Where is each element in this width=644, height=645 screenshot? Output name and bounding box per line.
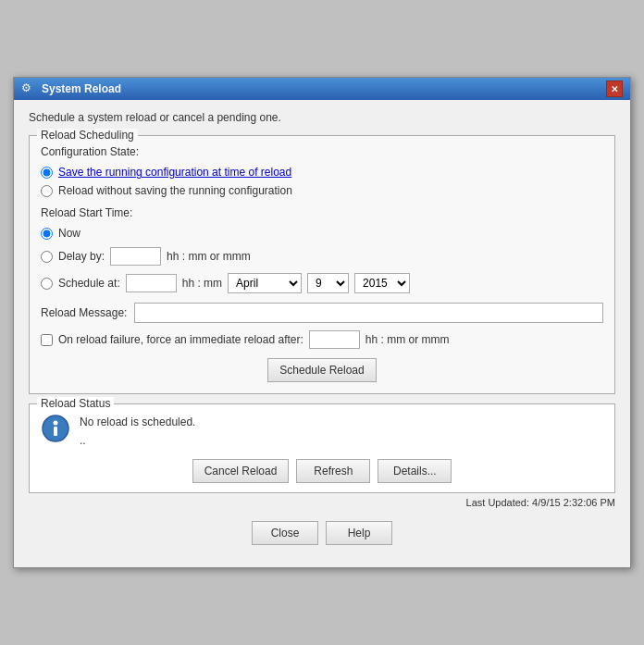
reload-status-group: Reload Status No reload is scheduled. .. [29, 403, 615, 492]
month-select[interactable]: April [228, 273, 302, 293]
reload-message-row: Reload Message: [41, 303, 603, 323]
delay-time-input[interactable] [110, 247, 161, 266]
details-button[interactable]: Details... [378, 459, 452, 483]
schedule-time-input[interactable] [126, 274, 177, 292]
close-button-bottom[interactable]: Close [252, 521, 318, 545]
status-text: No reload is scheduled. .. [80, 414, 195, 449]
schedule-reload-btn-row: Schedule Reload [41, 358, 603, 382]
delay-radio[interactable] [41, 251, 53, 263]
start-time-options: Now Delay by: hh : mm or mmm Schedule at… [41, 227, 603, 293]
delay-label: Delay by: [58, 250, 105, 263]
title-bar-left: ⚙ System Reload [21, 81, 121, 96]
reload-start-label: Reload Start Time: [41, 206, 603, 219]
reload-status-wrapper: Reload Status No reload is scheduled. .. [29, 403, 615, 507]
save-config-radio[interactable] [41, 167, 53, 179]
year-select[interactable]: 2015 [354, 273, 410, 293]
schedule-time-hint: hh : mm [182, 277, 222, 290]
force-reload-time-hint: hh : mm or mmm [365, 333, 450, 346]
window-title: System Reload [42, 82, 121, 95]
nosave-config-radio[interactable] [41, 185, 53, 197]
reload-scheduling-label: Reload Scheduling [37, 129, 138, 142]
nosave-config-label: Reload without saving the running config… [58, 184, 292, 197]
status-buttons-row: Cancel Reload Refresh Details... [41, 459, 603, 483]
refresh-button[interactable]: Refresh [296, 459, 370, 483]
day-select[interactable]: 9 [307, 273, 349, 293]
save-config-label: Save the running configuration at time o… [58, 166, 291, 179]
now-label: Now [58, 227, 80, 240]
last-updated-text: Last Updated: 4/9/15 2:32:06 PM [29, 497, 615, 508]
now-radio-row: Now [41, 227, 603, 240]
force-reload-row: On reload failure, force an immediate re… [41, 330, 603, 349]
title-bar: ⚙ System Reload ✕ [14, 78, 630, 100]
delay-radio-row: Delay by: hh : mm or mmm [41, 247, 603, 266]
save-config-radio-row: Save the running configuration at time o… [41, 166, 603, 179]
force-reload-label: On reload failure, force an immediate re… [58, 333, 303, 346]
system-reload-window: ⚙ System Reload ✕ Schedule a system relo… [13, 77, 631, 567]
nosave-config-radio-row: Reload without saving the running config… [41, 184, 603, 197]
close-button[interactable]: ✕ [606, 81, 623, 97]
schedule-label: Schedule at: [58, 277, 120, 290]
help-button[interactable]: Help [326, 521, 392, 545]
info-icon [41, 414, 70, 443]
svg-point-1 [54, 421, 58, 426]
svg-rect-2 [54, 427, 57, 436]
reload-status-label: Reload Status [37, 397, 114, 410]
force-reload-time-input[interactable] [309, 330, 360, 349]
schedule-radio[interactable] [41, 278, 53, 290]
schedule-radio-row: Schedule at: hh : mm April 9 2015 [41, 273, 603, 293]
reload-message-input[interactable] [134, 303, 603, 323]
description-text: Schedule a system reload or cancel a pen… [29, 111, 615, 124]
reload-message-label: Reload Message: [41, 306, 127, 319]
cancel-reload-button[interactable]: Cancel Reload [192, 459, 290, 483]
config-state-label: Configuration State: [41, 145, 603, 158]
delay-time-hint: hh : mm or mmm [167, 250, 251, 263]
schedule-reload-button[interactable]: Schedule Reload [267, 358, 376, 382]
now-radio[interactable] [41, 228, 53, 240]
window-icon: ⚙ [21, 81, 36, 96]
status-content: No reload is scheduled. .. [41, 414, 603, 449]
bottom-buttons: Close Help [29, 512, 615, 556]
force-reload-checkbox[interactable] [41, 334, 53, 346]
status-line1: No reload is scheduled. [80, 414, 195, 431]
status-line2: .. [80, 432, 195, 450]
window-body: Schedule a system reload or cancel a pen… [14, 100, 630, 566]
config-state-radio-group: Save the running configuration at time o… [41, 166, 603, 197]
reload-scheduling-group: Reload Scheduling Configuration State: S… [29, 135, 615, 394]
